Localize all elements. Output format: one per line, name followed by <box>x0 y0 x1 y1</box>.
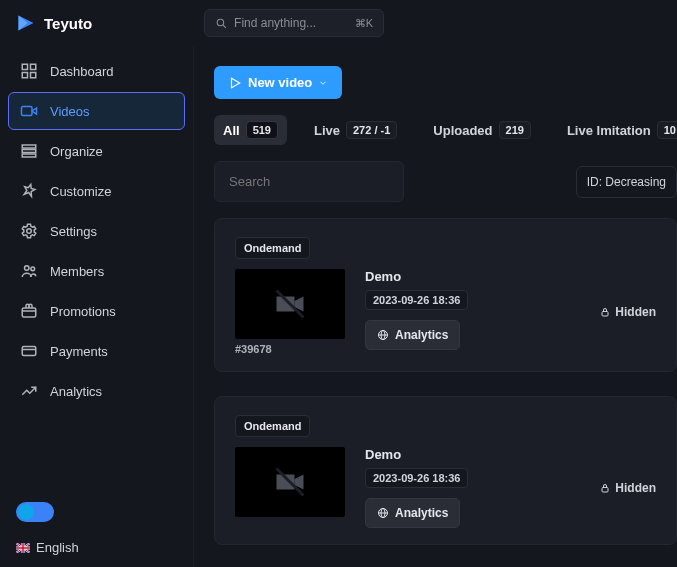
svg-rect-9 <box>22 150 36 153</box>
sidebar-item-label: Videos <box>50 104 90 119</box>
visibility-indicator[interactable]: Hidden <box>599 481 656 495</box>
svg-rect-14 <box>22 308 36 317</box>
members-icon <box>20 262 38 280</box>
svg-point-13 <box>31 267 35 271</box>
visibility-label: Hidden <box>615 481 656 495</box>
video-thumbnail[interactable] <box>235 269 345 339</box>
sidebar-item-label: Analytics <box>50 384 102 399</box>
svg-rect-25 <box>602 312 608 317</box>
sidebar-item-label: Settings <box>50 224 97 239</box>
tab-all[interactable]: All 519 <box>214 115 287 145</box>
tab-label: Uploaded <box>433 123 492 138</box>
brand-logo-icon <box>16 13 36 33</box>
payments-icon <box>20 342 38 360</box>
video-icon <box>20 102 38 120</box>
customize-icon <box>20 182 38 200</box>
visibility-indicator[interactable]: Hidden <box>599 305 656 319</box>
tab-uploaded[interactable]: Uploaded 219 <box>424 115 540 145</box>
search-shortcut: ⌘K <box>355 17 373 30</box>
video-title: Demo <box>365 447 579 462</box>
toggle-knob <box>18 504 34 520</box>
svg-rect-5 <box>31 73 36 78</box>
svg-point-0 <box>217 19 224 26</box>
sidebar-item-label: Organize <box>50 144 103 159</box>
sidebar-item-settings[interactable]: Settings <box>8 212 185 250</box>
gear-icon <box>20 222 38 240</box>
globe-icon <box>377 507 389 519</box>
dashboard-icon <box>20 62 38 80</box>
theme-toggle[interactable] <box>16 502 54 522</box>
tab-count: 519 <box>246 121 278 139</box>
video-type-badge: Ondemand <box>235 237 310 259</box>
svg-point-11 <box>27 229 32 234</box>
search-icon <box>215 17 228 30</box>
sidebar-item-customize[interactable]: Customize <box>8 172 185 210</box>
play-icon <box>228 76 242 90</box>
sidebar-item-label: Customize <box>50 184 111 199</box>
analytics-button[interactable]: Analytics <box>365 320 460 350</box>
sidebar-item-label: Members <box>50 264 104 279</box>
lock-icon <box>599 482 611 494</box>
search-placeholder: Find anything... <box>234 16 316 30</box>
tab-count: 10 <box>657 121 677 139</box>
tab-label: All <box>223 123 240 138</box>
video-type-badge: Ondemand <box>235 415 310 437</box>
language-label: English <box>36 540 79 555</box>
sidebar-item-payments[interactable]: Payments <box>8 332 185 370</box>
brand: Teyuto <box>16 13 92 33</box>
svg-line-1 <box>223 25 226 28</box>
no-video-icon <box>272 286 308 322</box>
video-card: Ondemand #39678 Demo 2023-09-26 18:36 <box>214 218 677 372</box>
filter-tabs: All 519 Live 272 / -1 Uploaded 219 Live … <box>214 115 677 145</box>
sidebar-item-members[interactable]: Members <box>8 252 185 290</box>
global-search[interactable]: Find anything... ⌘K <box>204 9 384 37</box>
video-card: Ondemand Demo 2023-09-26 18:36 <box>214 396 677 545</box>
svg-rect-2 <box>22 64 27 69</box>
analytics-icon <box>20 382 38 400</box>
new-video-button[interactable]: New video <box>214 66 342 99</box>
flag-icon <box>16 543 30 553</box>
visibility-label: Hidden <box>615 305 656 319</box>
lock-icon <box>599 306 611 318</box>
promotions-icon <box>20 302 38 320</box>
analytics-label: Analytics <box>395 328 448 342</box>
svg-rect-15 <box>22 347 36 356</box>
sort-dropdown[interactable]: ID: Decreasing <box>576 166 677 198</box>
video-date: 2023-09-26 18:36 <box>365 290 468 310</box>
sidebar-item-dashboard[interactable]: Dashboard <box>8 52 185 90</box>
svg-rect-32 <box>602 487 608 492</box>
tab-live-imitation[interactable]: Live Imitation 10 <box>558 115 677 145</box>
svg-point-12 <box>25 266 30 271</box>
svg-marker-18 <box>232 78 240 87</box>
svg-rect-3 <box>31 64 36 69</box>
analytics-button[interactable]: Analytics <box>365 498 460 528</box>
chevron-down-icon <box>318 78 328 88</box>
svg-rect-6 <box>22 107 33 116</box>
sidebar-item-videos[interactable]: Videos <box>8 92 185 130</box>
tab-count: 272 / -1 <box>346 121 397 139</box>
video-thumbnail[interactable] <box>235 447 345 517</box>
new-video-label: New video <box>248 75 312 90</box>
brand-name: Teyuto <box>44 15 92 32</box>
no-video-icon <box>272 464 308 500</box>
sort-label: ID: Decreasing <box>587 175 666 189</box>
sidebar-item-label: Dashboard <box>50 64 114 79</box>
svg-rect-4 <box>22 73 27 78</box>
tab-label: Live Imitation <box>567 123 651 138</box>
sidebar-item-analytics[interactable]: Analytics <box>8 372 185 410</box>
main-content: New video All 519 Live 272 / -1 Uploaded… <box>194 46 677 567</box>
sidebar: Dashboard Videos Organize Customize Sett… <box>0 46 194 567</box>
video-title: Demo <box>365 269 579 284</box>
sidebar-item-promotions[interactable]: Promotions <box>8 292 185 330</box>
svg-rect-8 <box>22 145 36 148</box>
video-search-input[interactable] <box>214 161 404 202</box>
sidebar-item-organize[interactable]: Organize <box>8 132 185 170</box>
video-date: 2023-09-26 18:36 <box>365 468 468 488</box>
svg-rect-10 <box>22 154 36 157</box>
video-id: #39678 <box>235 343 345 355</box>
tab-label: Live <box>314 123 340 138</box>
language-selector[interactable]: English <box>16 540 177 555</box>
tab-count: 219 <box>499 121 531 139</box>
tab-live[interactable]: Live 272 / -1 <box>305 115 406 145</box>
globe-icon <box>377 329 389 341</box>
